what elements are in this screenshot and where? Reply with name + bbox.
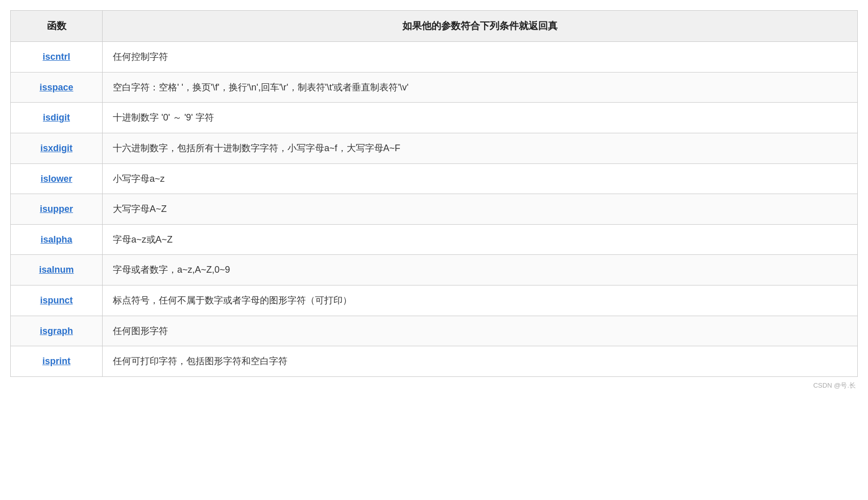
table-row: isupper大写字母A~Z	[11, 194, 858, 225]
func-cell: iscntrl	[11, 42, 103, 73]
desc-cell: 小写字母a~z	[103, 163, 858, 194]
table-row: isalpha字母a~z或A~Z	[11, 224, 858, 255]
desc-cell: 空白字符：空格' '，换页'\f'，换行'\n',回车'\r'，制表符'\t'或…	[103, 72, 858, 103]
func-link[interactable]: isxdigit	[40, 143, 73, 153]
function-table: 函数 如果他的参数符合下列条件就返回真 iscntrl任何控制字符isspace…	[10, 10, 858, 377]
desc-cell: 十进制数字 '0' ～ '9' 字符	[103, 103, 858, 133]
func-cell: isalnum	[11, 255, 103, 285]
table-header-row: 函数 如果他的参数符合下列条件就返回真	[11, 11, 858, 42]
header-func: 函数	[11, 11, 103, 42]
table-row: isprint任何可打印字符，包括图形字符和空白字符	[11, 346, 858, 377]
func-cell: isdigit	[11, 103, 103, 133]
func-link[interactable]: isprint	[42, 356, 70, 366]
func-cell: isxdigit	[11, 133, 103, 164]
desc-cell: 任何图形字符	[103, 316, 858, 346]
func-cell: isspace	[11, 72, 103, 103]
func-cell: isalpha	[11, 224, 103, 255]
func-cell: isgraph	[11, 316, 103, 346]
table-row: isdigit十进制数字 '0' ～ '9' 字符	[11, 103, 858, 133]
desc-cell: 十六进制数字，包括所有十进制数字字符，小写字母a~f，大写字母A~F	[103, 133, 858, 164]
func-link[interactable]: isspace	[39, 82, 73, 92]
desc-cell: 大写字母A~Z	[103, 194, 858, 225]
func-cell: ispunct	[11, 285, 103, 316]
desc-cell: 任何控制字符	[103, 42, 858, 73]
table-row: iscntrl任何控制字符	[11, 42, 858, 73]
desc-cell: 字母a~z或A~Z	[103, 224, 858, 255]
func-link[interactable]: isalpha	[40, 234, 72, 245]
watermark: CSDN @号.长	[10, 381, 858, 390]
func-link[interactable]: isdigit	[43, 112, 70, 123]
func-cell: islower	[11, 163, 103, 194]
table-row: isalnum字母或者数字，a~z,A~Z,0~9	[11, 255, 858, 285]
func-link[interactable]: isgraph	[40, 326, 73, 336]
func-cell: isprint	[11, 346, 103, 377]
func-link[interactable]: islower	[40, 174, 72, 184]
table-row: islower小写字母a~z	[11, 163, 858, 194]
table-row: ispunct标点符号，任何不属于数字或者字母的图形字符（可打印）	[11, 285, 858, 316]
table-row: isxdigit十六进制数字，包括所有十进制数字字符，小写字母a~f，大写字母A…	[11, 133, 858, 164]
header-desc: 如果他的参数符合下列条件就返回真	[103, 11, 858, 42]
table-row: isspace空白字符：空格' '，换页'\f'，换行'\n',回车'\r'，制…	[11, 72, 858, 103]
func-link[interactable]: isupper	[40, 204, 73, 214]
desc-cell: 任何可打印字符，包括图形字符和空白字符	[103, 346, 858, 377]
desc-cell: 字母或者数字，a~z,A~Z,0~9	[103, 255, 858, 285]
func-cell: isupper	[11, 194, 103, 225]
func-link[interactable]: iscntrl	[42, 52, 70, 62]
desc-cell: 标点符号，任何不属于数字或者字母的图形字符（可打印）	[103, 285, 858, 316]
func-link[interactable]: ispunct	[40, 295, 73, 305]
table-row: isgraph任何图形字符	[11, 316, 858, 346]
func-link[interactable]: isalnum	[39, 265, 74, 275]
